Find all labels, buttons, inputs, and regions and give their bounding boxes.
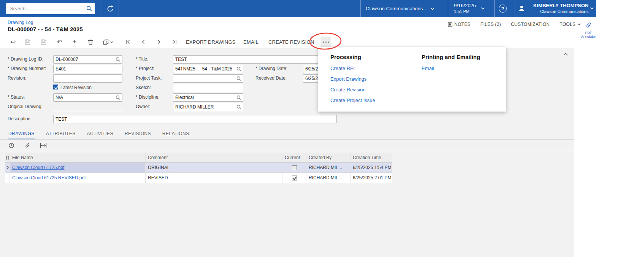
tools-label: TOOLS — [560, 22, 576, 27]
discipline-label: * Discipline: — [136, 94, 160, 100]
fit-columns-button[interactable] — [39, 141, 48, 150]
save-close-icon — [25, 39, 30, 45]
global-search[interactable] — [6, 3, 95, 14]
add-new-record-button[interactable]: + — [69, 37, 80, 47]
tab-relations[interactable]: RELATIONS — [162, 129, 190, 139]
tab-revisions[interactable]: REVISIONS — [124, 129, 152, 139]
lookup-magnifier-icon[interactable] — [236, 95, 241, 100]
project-task-field[interactable] — [173, 74, 243, 83]
col-header-creation-time[interactable]: Creation Time — [351, 153, 393, 162]
save-button[interactable] — [38, 37, 49, 47]
revision-field[interactable] — [53, 74, 122, 83]
discipline-field[interactable] — [173, 93, 243, 102]
current-cell — [282, 163, 306, 172]
go-first-record-button[interactable] — [122, 37, 133, 47]
tab-drawings[interactable]: DRAWINGS — [8, 129, 35, 139]
grid-settings-icon[interactable] — [5, 153, 10, 162]
lookup-magnifier-icon[interactable] — [116, 95, 121, 100]
drawing-number-field[interactable] — [53, 65, 122, 73]
menu-item-create-project-issue[interactable]: Create Project Issue — [330, 97, 375, 103]
user-chevron-down-icon[interactable] — [590, 7, 594, 10]
drawing-log-id-field[interactable] — [53, 55, 122, 64]
date-chevron-down-icon[interactable] — [481, 7, 485, 10]
lookup-magnifier-icon[interactable] — [116, 57, 121, 62]
create-revision-button[interactable]: CREATE REVISION — [267, 37, 316, 47]
business-date-menu[interactable]: 9/16/2025 1:51 PM — [454, 3, 476, 14]
pdf-annotator-panel-button[interactable]: PDF Annotator — [578, 22, 599, 38]
col-header-comment[interactable]: Comment — [146, 153, 282, 162]
tab-attributes[interactable]: ATTRIBUTES — [45, 129, 76, 139]
breadcrumb[interactable]: Drawing Log — [8, 20, 33, 25]
paperclip-icon — [585, 22, 592, 29]
revision-input[interactable] — [56, 76, 121, 81]
file-link[interactable]: Clawson Cloud 61725 REVISED.pdf — [12, 175, 86, 180]
project-input[interactable] — [175, 66, 236, 72]
go-next-record-button[interactable] — [154, 37, 164, 47]
received-date-label: Received Date: — [255, 75, 287, 81]
user-name: KIMBERLY THOMPSON — [528, 3, 588, 9]
files-label: FILES (2) — [481, 22, 501, 27]
menu-item-create-rfi[interactable]: Create RFI — [330, 65, 375, 71]
export-drawings-button[interactable]: EXPORT DRAWINGS — [184, 37, 237, 47]
current-checkbox[interactable] — [292, 176, 297, 180]
back-button[interactable]: ↩ — [8, 37, 18, 47]
delete-button[interactable] — [85, 37, 96, 47]
attach-file-button[interactable] — [23, 141, 32, 150]
owner-input[interactable] — [175, 104, 236, 110]
file-link[interactable]: Clawson Cloud 61725.pdf — [12, 165, 64, 170]
tab-bar: DRAWINGS ATTRIBUTES ACTIVITIES REVISIONS… — [0, 129, 574, 140]
tab-activities[interactable]: ACTIVITIES — [86, 129, 114, 139]
description-input[interactable] — [56, 117, 335, 122]
business-date-refresh-button[interactable] — [102, 0, 119, 17]
comment-cell[interactable]: REVISED — [146, 173, 282, 183]
project-field[interactable] — [173, 65, 243, 73]
drawing-log-id-input[interactable] — [56, 57, 115, 62]
more-actions-button[interactable] — [320, 37, 331, 47]
lookup-magnifier-icon[interactable] — [236, 76, 241, 81]
sketch-input[interactable] — [175, 85, 241, 91]
latest-revision-checkbox[interactable] — [53, 85, 58, 89]
discipline-input[interactable] — [175, 95, 236, 100]
company-branch-menu[interactable]: Clawson Communications... — [366, 0, 435, 17]
email-button[interactable]: EMAIL — [242, 37, 260, 47]
customization-button[interactable]: CUSTOMIZATION — [511, 22, 550, 27]
col-header-current[interactable]: Current — [282, 153, 306, 162]
menu-item-email[interactable]: Email — [422, 65, 480, 71]
col-header-file-name[interactable]: File Name — [10, 153, 146, 162]
current-checkbox[interactable] — [292, 165, 297, 170]
original-drawing-input[interactable] — [55, 104, 121, 110]
title-field[interactable] — [173, 55, 337, 64]
owner-field[interactable] — [173, 103, 243, 111]
lookup-magnifier-icon[interactable] — [236, 67, 241, 72]
search-icon[interactable] — [86, 6, 92, 11]
search-input[interactable] — [10, 6, 86, 11]
menu-item-export-drawings[interactable]: Export Drawings — [330, 76, 375, 82]
status-field[interactable] — [53, 93, 122, 102]
cancel-undo-button[interactable]: ↶ — [54, 37, 65, 47]
files-button[interactable]: FILES (2) — [481, 22, 501, 27]
description-field[interactable] — [53, 115, 337, 123]
help-button[interactable]: ? — [499, 5, 507, 13]
refresh-grid-button[interactable] — [7, 141, 16, 150]
help-icon: ? — [499, 5, 507, 13]
drawing-number-input[interactable] — [56, 66, 121, 72]
original-drawing-field[interactable] — [53, 103, 122, 111]
table-row[interactable]: Clawson Cloud 61725 REVISED.pdf REVISED … — [5, 173, 392, 183]
go-prev-record-button[interactable] — [138, 37, 149, 47]
comment-cell[interactable]: ORIGINAL — [146, 163, 282, 172]
notes-button[interactable]: NOTES — [448, 22, 471, 27]
status-input[interactable] — [56, 95, 115, 100]
go-last-record-button[interactable] — [169, 37, 179, 47]
back-arrow-icon: ↩ — [10, 38, 16, 46]
user-menu[interactable]: KIMBERLY THOMPSON Clawson Communications — [528, 3, 588, 14]
table-row[interactable]: Clawson Cloud 61725.pdf ORIGINAL RICHARD… — [5, 163, 392, 173]
copy-paste-button[interactable] — [100, 37, 116, 47]
sketch-field[interactable] — [173, 84, 243, 92]
save-close-button[interactable] — [22, 37, 33, 47]
title-input[interactable] — [175, 57, 335, 62]
menu-item-create-revision[interactable]: Create Revision — [330, 87, 375, 93]
lookup-magnifier-icon[interactable] — [236, 105, 241, 110]
col-header-created-by[interactable]: Created By — [306, 153, 351, 162]
collapse-summary-button[interactable] — [563, 53, 568, 56]
project-task-input[interactable] — [175, 76, 236, 81]
